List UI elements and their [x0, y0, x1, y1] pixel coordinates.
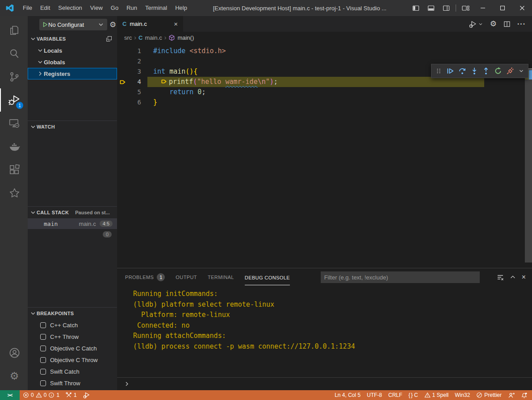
docker-icon[interactable]: [0, 135, 28, 158]
customize-layout-icon[interactable]: [458, 0, 473, 16]
problems-status[interactable]: 0 0 1: [20, 390, 63, 400]
tab-output[interactable]: OUTPUT: [176, 275, 197, 280]
launch-configuration-dropdown[interactable]: No Configurat: [39, 19, 107, 30]
chevron-down-icon: [29, 310, 37, 317]
breakpoint-row[interactable]: Objective C Throw: [28, 354, 117, 366]
clear-console-icon[interactable]: [497, 274, 504, 281]
menu-file[interactable]: File: [19, 0, 36, 16]
console-filter-input[interactable]: [321, 271, 480, 283]
breakpoint-row[interactable]: C++ Throw: [28, 331, 117, 342]
tab-close-icon[interactable]: ×: [174, 20, 178, 28]
notifications-bell-icon[interactable]: [518, 390, 532, 400]
start-debugging-icon[interactable]: [42, 21, 48, 28]
menu-terminal[interactable]: Terminal: [141, 0, 171, 16]
info-icon: [48, 392, 54, 398]
formatter-status[interactable]: Prettier: [473, 390, 505, 400]
breadcrumb-folder[interactable]: src: [124, 34, 132, 41]
thread-badge: 0: [103, 231, 112, 238]
more-actions-icon[interactable]: ···: [517, 20, 526, 28]
breakpoint-checkbox[interactable]: [40, 322, 46, 328]
tasks-status[interactable]: 1: [63, 390, 80, 400]
toggle-secondary-sidebar-icon[interactable]: [439, 0, 454, 16]
configure-gear-icon[interactable]: ⚙: [109, 21, 116, 29]
maximize-panel-icon[interactable]: [510, 274, 516, 280]
variables-scope-globals[interactable]: Globals: [28, 56, 117, 68]
tab-debug-console[interactable]: DEBUG CONSOLE: [245, 270, 290, 285]
debug-console-input[interactable]: [117, 377, 532, 390]
code-editor[interactable]: 1 #include <stdio.h> 2 3 int main(){ 4 p…: [117, 43, 532, 268]
close-button[interactable]: [512, 0, 532, 16]
activity-bar: 1 ⚙: [0, 16, 28, 390]
spell-checker-status[interactable]: 1 Spell: [421, 390, 452, 400]
menu-go[interactable]: Go: [107, 0, 122, 16]
source-control-icon[interactable]: [0, 65, 28, 88]
breakpoint-checkbox[interactable]: [40, 346, 46, 351]
tab-bar: C main.c × ⚙ ···: [117, 16, 532, 32]
breakpoint-checkbox[interactable]: [40, 334, 46, 340]
debug-current-line-arrow-icon: [119, 79, 126, 86]
breakpoint-row[interactable]: Swift Throw: [28, 377, 117, 389]
breadcrumb-symbol[interactable]: main(): [177, 34, 194, 41]
watch-header[interactable]: WATCH: [28, 121, 117, 133]
breakpoint-row[interactable]: Objective C Catch: [28, 342, 117, 354]
extensions-icon[interactable]: [0, 158, 28, 181]
breadcrumb-file[interactable]: main.c: [145, 34, 162, 41]
breakpoint-checkbox[interactable]: [40, 357, 46, 363]
tab-terminal[interactable]: TERMINAL: [208, 275, 234, 280]
collapse-all-icon[interactable]: [105, 35, 113, 42]
encoding-indicator[interactable]: UTF-8: [364, 390, 385, 400]
step-out-icon[interactable]: [482, 67, 490, 75]
account-icon[interactable]: [0, 341, 28, 364]
minimize-button[interactable]: [473, 0, 493, 16]
toggle-sidebar-icon[interactable]: [408, 0, 423, 16]
search-icon[interactable]: [0, 42, 28, 65]
variables-header[interactable]: VARIABLES: [28, 33, 117, 45]
star-icon[interactable]: [0, 181, 28, 204]
debug-status-icon[interactable]: [80, 390, 93, 400]
stack-frame-row[interactable]: main main.c 4:5: [28, 218, 117, 229]
warning-icon: [36, 392, 42, 398]
variables-scope-registers[interactable]: Registers: [28, 68, 117, 79]
close-panel-icon[interactable]: ×: [522, 273, 526, 281]
toggle-panel-icon[interactable]: [423, 0, 439, 16]
maximize-button[interactable]: [493, 0, 512, 16]
editor-scrollbar[interactable]: [525, 70, 532, 262]
breakpoint-checkbox[interactable]: [40, 369, 46, 375]
platform-indicator[interactable]: Win32: [452, 390, 473, 400]
breakpoint-row[interactable]: C++ Catch: [28, 319, 117, 331]
eol-indicator[interactable]: CRLF: [385, 390, 405, 400]
cursor-position[interactable]: Ln 4, Col 5: [331, 390, 364, 400]
tab-problems[interactable]: PROBLEMS 1: [125, 273, 165, 281]
toolbar-drag-grip[interactable]: [435, 67, 442, 75]
chevron-down-icon[interactable]: [518, 68, 524, 74]
run-and-debug-icon[interactable]: 1: [0, 88, 28, 112]
split-editor-icon[interactable]: [503, 21, 511, 28]
tab-main-c[interactable]: C main.c ×: [117, 16, 183, 32]
continue-icon[interactable]: [446, 67, 454, 75]
menu-help[interactable]: Help: [171, 0, 191, 16]
chevron-down-icon: [97, 21, 105, 28]
breakpoints-header[interactable]: BREAKPOINTS: [28, 308, 117, 319]
menu-selection[interactable]: Selection: [54, 0, 86, 16]
variables-scope-locals[interactable]: Locals: [28, 45, 117, 56]
disconnect-icon[interactable]: [506, 67, 514, 75]
breakpoint-checkbox[interactable]: [40, 380, 46, 386]
breakpoint-row[interactable]: Swift Catch: [28, 366, 117, 377]
step-into-icon[interactable]: [470, 67, 478, 75]
menu-view[interactable]: View: [86, 0, 107, 16]
remote-indicator[interactable]: ><: [0, 390, 20, 400]
explorer-icon[interactable]: [0, 19, 28, 42]
run-or-debug-button[interactable]: [469, 20, 483, 28]
menu-run[interactable]: Run: [122, 0, 141, 16]
status-bar-right: Ln 4, Col 5 UTF-8 CRLF { } C 1 Spell Win…: [331, 390, 532, 400]
step-over-icon[interactable]: [458, 67, 466, 75]
menu-edit[interactable]: Edit: [36, 0, 54, 16]
feedback-icon[interactable]: [505, 390, 518, 400]
editor-gear-icon[interactable]: ⚙: [490, 20, 497, 28]
call-stack-header[interactable]: CALL STACK Paused on st...: [28, 207, 117, 218]
language-mode[interactable]: { } C: [406, 390, 421, 400]
remote-explorer-icon[interactable]: [0, 112, 28, 135]
restart-icon[interactable]: [494, 67, 502, 75]
chevron-down-icon: [37, 47, 44, 54]
settings-gear-icon[interactable]: ⚙: [0, 364, 28, 388]
